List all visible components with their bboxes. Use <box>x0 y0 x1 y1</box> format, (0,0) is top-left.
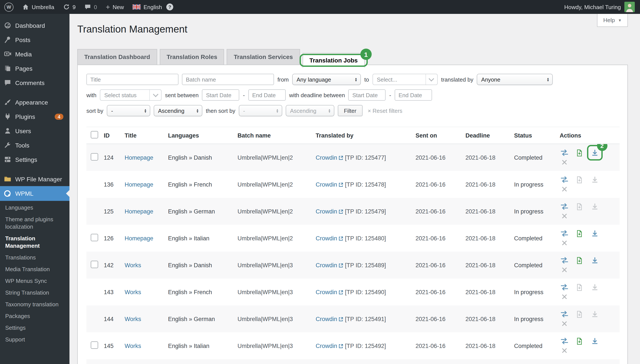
export-xliff-icon[interactable] <box>575 363 584 364</box>
translator-link[interactable]: Crowdin <box>316 181 337 188</box>
submenu-item-packages[interactable]: Packages <box>0 310 70 322</box>
sidebar-item-tools[interactable]: Tools <box>0 138 70 152</box>
filter-button[interactable]: Filter <box>338 105 363 116</box>
cancel-job-icon[interactable] <box>560 346 569 355</box>
status-select[interactable]: Select status <box>100 89 162 101</box>
sort-primary-select[interactable]: - ▲▼ <box>107 105 150 116</box>
deadline-end-date-input[interactable] <box>395 89 432 101</box>
submenu-item-support[interactable]: Support <box>0 334 70 345</box>
export-xliff-icon[interactable] <box>575 148 584 158</box>
download-icon[interactable] <box>590 282 599 292</box>
download-icon[interactable] <box>590 309 599 319</box>
download-icon[interactable]: 2 <box>590 148 599 158</box>
cancel-job-icon[interactable] <box>560 319 569 328</box>
cancel-job-icon[interactable] <box>560 158 569 167</box>
language-switcher[interactable]: English ? <box>128 0 178 14</box>
swap-translator-icon[interactable] <box>560 202 569 211</box>
job-title-link[interactable]: Works <box>125 289 141 295</box>
sent-start-date-input[interactable] <box>202 89 239 101</box>
updates-menu[interactable]: 9 <box>59 0 80 14</box>
swap-translator-icon[interactable] <box>560 282 569 292</box>
batch-name-filter-input[interactable] <box>182 74 274 85</box>
sidebar-item-appearance[interactable]: Appearance <box>0 95 70 109</box>
submenu-item-languages[interactable]: Languages <box>0 202 70 214</box>
submenu-item-taxonomy-translation[interactable]: Taxonomy translation <box>0 298 70 310</box>
cancel-job-icon[interactable] <box>560 292 569 302</box>
help-button[interactable]: Help ▼ <box>597 14 628 27</box>
export-xliff-icon[interactable] <box>575 282 584 292</box>
submenu-item-wp-menus-sync[interactable]: WP Menus Sync <box>0 275 70 287</box>
translator-link[interactable]: Crowdin <box>316 289 337 295</box>
new-content-menu[interactable]: + New <box>101 0 128 14</box>
swap-translator-icon[interactable] <box>560 256 569 265</box>
cancel-job-icon[interactable] <box>560 238 569 248</box>
tab-translation-jobs[interactable]: Translation Jobs <box>302 53 365 68</box>
translator-link[interactable]: Crowdin <box>316 262 337 268</box>
job-title-link[interactable]: Works <box>125 316 141 322</box>
deadline-start-date-input[interactable] <box>349 89 386 101</box>
reset-filters-link[interactable]: × Reset filters <box>368 108 403 114</box>
select-all-checkbox[interactable] <box>91 131 98 138</box>
comments-menu[interactable]: 0 <box>80 0 101 14</box>
sidebar-item-users[interactable]: Users <box>0 124 70 138</box>
download-icon[interactable] <box>590 202 599 211</box>
export-xliff-icon[interactable] <box>575 202 584 211</box>
swap-translator-icon[interactable] <box>560 336 569 346</box>
download-icon[interactable] <box>590 175 599 184</box>
export-xliff-icon[interactable] <box>575 229 584 238</box>
cancel-job-icon[interactable] <box>560 265 569 275</box>
sort-primary-order-select[interactable]: Ascending ▲▼ <box>154 105 202 116</box>
download-icon[interactable] <box>590 256 599 265</box>
job-title-link[interactable]: Works <box>125 262 141 268</box>
sidebar-item-pages[interactable]: Pages <box>0 61 70 76</box>
submenu-item-media-translation[interactable]: Media Translation <box>0 263 70 275</box>
export-xliff-icon[interactable] <box>575 175 584 184</box>
export-xliff-icon[interactable] <box>575 309 584 319</box>
export-xliff-icon[interactable] <box>575 336 584 346</box>
row-checkbox[interactable] <box>91 234 98 241</box>
sent-end-date-input[interactable] <box>248 89 286 101</box>
job-title-link[interactable]: Homepage <box>125 154 153 161</box>
row-checkbox[interactable] <box>91 153 98 160</box>
sort-secondary-order-select[interactable]: Ascending ▲▼ <box>286 105 334 116</box>
submenu-item-translation-management[interactable]: Translation Management <box>0 232 70 252</box>
translated-by-select[interactable]: Anyone ▲▼ <box>477 74 553 85</box>
cancel-job-icon[interactable] <box>560 211 569 221</box>
sidebar-item-settings[interactable]: Settings <box>0 152 70 166</box>
translator-link[interactable]: Crowdin <box>316 154 337 161</box>
export-xliff-icon[interactable] <box>575 256 584 265</box>
sidebar-item-wpml[interactable]: WPML <box>0 186 70 201</box>
swap-translator-icon[interactable] <box>560 229 569 238</box>
site-menu[interactable]: Umbrella <box>18 0 59 14</box>
job-title-link[interactable]: Homepage <box>125 181 153 188</box>
sidebar-item-plugins[interactable]: Plugins 4 <box>0 109 70 124</box>
tab-translation-services[interactable]: Translation Services <box>227 49 300 65</box>
download-icon[interactable] <box>590 363 599 364</box>
row-checkbox[interactable] <box>91 261 98 268</box>
submenu-item-theme-and-plugins-localization[interactable]: Theme and plugins localization <box>0 214 70 232</box>
sidebar-item-wp-file-manager[interactable]: WP File Manager <box>0 172 70 186</box>
swap-translator-icon[interactable] <box>560 148 569 158</box>
sidebar-item-media[interactable]: Media <box>0 47 70 61</box>
my-account-menu[interactable]: Howdy, Michael Turing <box>559 0 640 14</box>
translator-link[interactable]: Crowdin <box>316 235 337 242</box>
help-circle-icon[interactable]: ? <box>166 4 173 10</box>
submenu-item-settings[interactable]: Settings <box>0 322 70 334</box>
job-title-link[interactable]: Homepage <box>125 235 153 242</box>
sidebar-item-dashboard[interactable]: Dashboard <box>0 18 70 32</box>
submenu-item-translations[interactable]: Translations <box>0 252 70 263</box>
title-filter-input[interactable] <box>86 74 178 85</box>
swap-translator-icon[interactable] <box>560 175 569 184</box>
translator-link[interactable]: Crowdin <box>316 342 337 349</box>
tab-translation-dashboard[interactable]: Translation Dashboard <box>77 49 157 65</box>
row-checkbox[interactable] <box>91 342 98 349</box>
cancel-job-icon[interactable] <box>560 184 569 194</box>
job-title-link[interactable]: Homepage <box>125 208 153 214</box>
from-language-select[interactable]: Any language ▲▼ <box>292 74 361 85</box>
tab-translation-roles[interactable]: Translation Roles <box>160 49 224 65</box>
to-language-select[interactable]: Select... <box>373 74 438 85</box>
download-icon[interactable] <box>590 336 599 346</box>
translator-link[interactable]: Crowdin <box>316 208 337 214</box>
translator-link[interactable]: Crowdin <box>316 316 337 322</box>
swap-translator-icon[interactable] <box>560 309 569 319</box>
